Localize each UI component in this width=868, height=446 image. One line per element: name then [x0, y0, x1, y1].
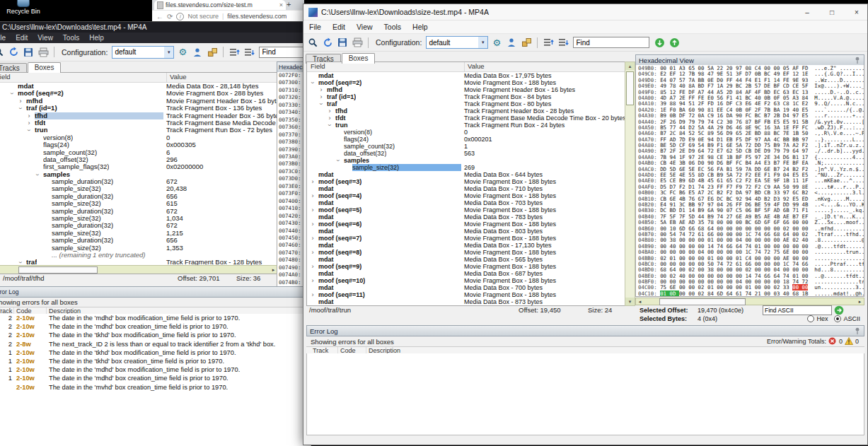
- tree-row[interactable]: mdatMedia Data Box - 803 bytes: [307, 228, 625, 235]
- hex-find-input[interactable]: [763, 305, 832, 315]
- pin-icon[interactable]: [854, 327, 861, 334]
- print-icon[interactable]: [37, 46, 50, 59]
- scroll-thumb[interactable]: [659, 298, 746, 305]
- recycle-bin-shortcut[interactable]: Recycle Bin: [6, 0, 41, 15]
- scroll-right-icon[interactable]: ▸: [856, 299, 864, 305]
- tab-close-icon[interactable]: ×: [279, 1, 283, 8]
- tree-row[interactable]: ›moof (seq#=11)Movie Fragment Box - 188 …: [307, 291, 625, 298]
- scroll-up-icon[interactable]: ▴: [625, 62, 635, 70]
- tree-row[interactable]: mdatMedia Data Box - 700 bytes: [307, 284, 625, 291]
- error-row[interactable]: 12-10wThe date in the 'tkhd' box modific…: [0, 348, 311, 357]
- chevron-expanded-icon[interactable]: ›: [25, 128, 33, 134]
- error-row[interactable]: 22-8wThe next_track_ID 2 is less than or…: [0, 340, 311, 348]
- browser-tab[interactable]: files.stevendesu.com/size-test.m ×: [154, 0, 286, 10]
- tree-row[interactable]: sample_size(32)1,353: [0, 245, 277, 252]
- tree-row[interactable]: ›traf (id=1)Track Fragment Box - 136 byt…: [0, 105, 277, 112]
- tree-row[interactable]: sample_count(32)6: [0, 149, 277, 156]
- tree-row[interactable]: data_offset(32)563: [307, 150, 625, 157]
- menu-file[interactable]: File: [0, 34, 11, 42]
- configuration-select[interactable]: default▾: [426, 36, 488, 49]
- chevron-collapsed-icon[interactable]: ›: [310, 291, 316, 298]
- refresh-icon[interactable]: [7, 46, 20, 59]
- tree-row[interactable]: ›trunTrack Fragment Run Box - 24 bytes: [307, 122, 625, 129]
- chevron-collapsed-icon[interactable]: ›: [310, 249, 316, 256]
- hex-line[interactable]: 04C10: 01 0D 00 00 02 84 6D 64 61 74 21 …: [638, 291, 864, 297]
- tree-row[interactable]: sample_size(32)269: [307, 164, 625, 171]
- hex-horizontal-scrollbar[interactable]: ◂ ▸: [635, 298, 864, 305]
- chevron-collapsed-icon[interactable]: ›: [318, 86, 324, 93]
- find-prev-button[interactable]: [668, 36, 681, 49]
- menu-view[interactable]: View: [351, 23, 378, 31]
- tree-row[interactable]: ›trafTrack Fragment Box - 80 bytes: [307, 100, 625, 107]
- chevron-collapsed-icon[interactable]: ›: [310, 221, 316, 228]
- chevron-collapsed-icon[interactable]: ›: [310, 263, 316, 270]
- boxes-icon[interactable]: [520, 36, 533, 49]
- error-row[interactable]: 22-10wThe date in the 'mdhd' box creatio…: [0, 322, 311, 331]
- radio-hex[interactable]: [807, 315, 814, 322]
- find-next-button[interactable]: [653, 36, 666, 49]
- gear-icon[interactable]: ⚙: [490, 36, 503, 49]
- chevron-expanded-icon[interactable]: ›: [335, 158, 342, 163]
- menu-tools[interactable]: Tools: [378, 23, 407, 31]
- tree-row[interactable]: ›moof (seq#=5)Movie Fragment Box - 188 b…: [307, 206, 625, 213]
- tree-row[interactable]: sample_count(32)1: [307, 143, 625, 150]
- tab-boxes[interactable]: Boxes: [342, 53, 376, 64]
- tree-row[interactable]: ›samples: [307, 157, 625, 164]
- tree-row[interactable]: data_offset(32)296: [0, 156, 277, 163]
- tree-row[interactable]: mdatMedia Data Box - 565 bytes: [307, 256, 625, 263]
- tree-row[interactable]: ›moof (seq#=7)Movie Fragment Box - 188 b…: [307, 235, 625, 242]
- maximize-button[interactable]: □: [821, 5, 843, 20]
- chevron-collapsed-icon[interactable]: ›: [318, 93, 324, 100]
- tree-row[interactable]: version(8)0: [0, 134, 277, 141]
- menu-edit[interactable]: Edit: [11, 34, 33, 42]
- collapse-all-icon[interactable]: [542, 36, 555, 49]
- chevron-collapsed-icon[interactable]: ›: [310, 235, 316, 242]
- address-url[interactable]: files.stevendesu.com: [227, 13, 287, 20]
- back-icon[interactable]: ←: [156, 13, 163, 20]
- scroll-thumb[interactable]: [626, 71, 634, 105]
- scroll-down-icon[interactable]: ▾: [625, 298, 635, 305]
- close-button[interactable]: ×: [846, 5, 867, 20]
- boxes-icon[interactable]: [206, 46, 219, 59]
- user-icon[interactable]: [191, 46, 204, 59]
- tree-row[interactable]: ›trunTrack Fragment Run Box - 72 bytes: [0, 127, 277, 134]
- new-tab-button[interactable]: +: [287, 0, 291, 8]
- radio-ascii[interactable]: [834, 315, 841, 322]
- expand-all-icon[interactable]: [243, 46, 255, 59]
- tree-row[interactable]: ›moof (seq#=9)Movie Fragment Box - 188 b…: [307, 263, 625, 270]
- collapse-all-icon[interactable]: [228, 46, 241, 59]
- tree-row[interactable]: sample_duration(32)656: [0, 237, 277, 244]
- tree-row[interactable]: sample_size(32)20,438: [0, 185, 277, 192]
- search-icon[interactable]: [0, 46, 5, 59]
- chevron-collapsed-icon[interactable]: ›: [327, 115, 332, 122]
- chevron-expanded-icon[interactable]: ›: [17, 105, 24, 111]
- error-row[interactable]: 2-10wThe date in the 'mvhd' box creation…: [0, 383, 311, 392]
- tree-row[interactable]: sample_duration(32)656: [0, 193, 277, 200]
- chevron-expanded-icon[interactable]: ›: [318, 101, 325, 107]
- chevron-collapsed-icon[interactable]: ›: [26, 119, 32, 127]
- tree-row[interactable]: mdatMedia Data Box - 873 bytes: [307, 298, 625, 305]
- tree-row[interactable]: ›moof (seq#=10)Movie Fragment Box - 188 …: [307, 277, 625, 284]
- search-icon[interactable]: [306, 36, 319, 49]
- minimize-button[interactable]: –: [797, 5, 818, 20]
- tree-row[interactable]: ›traf (id=1)Track Fragment Box - 84 byte…: [307, 93, 625, 100]
- configuration-select[interactable]: default▾: [112, 46, 174, 59]
- expand-all-icon[interactable]: [557, 36, 569, 49]
- chevron-collapsed-icon[interactable]: ›: [310, 277, 316, 284]
- error-row[interactable]: 22-10wThe date in the 'mdhd' box modific…: [0, 314, 311, 322]
- tree-row[interactable]: sample_size(32)1,034: [0, 215, 277, 222]
- tree-row[interactable]: ›moof (seq#=3)Movie Fragment Box - 188 b…: [307, 178, 625, 185]
- menu-tools[interactable]: Tools: [58, 34, 84, 42]
- tree-row[interactable]: sample_size(32)615: [0, 200, 277, 207]
- menu-help[interactable]: Help: [84, 34, 109, 42]
- tree-row[interactable]: mdatMedia Data Box - 17,975 bytes: [307, 72, 625, 79]
- tree-row[interactable]: ›moof (seq#=6)Movie Fragment Box - 188 b…: [307, 221, 625, 228]
- title-bar[interactable]: C:\Users\llnw-lex\Downloads\size-test.mp…: [303, 4, 867, 20]
- chevron-collapsed-icon[interactable]: ›: [310, 206, 316, 213]
- info-icon[interactable]: i: [176, 13, 184, 20]
- print-icon[interactable]: [351, 36, 364, 49]
- chevron-collapsed-icon[interactable]: ›: [310, 178, 316, 185]
- scroll-left-icon[interactable]: ◂: [636, 299, 644, 305]
- tree-horizontal-scrollbar[interactable]: ◂ ▸: [0, 265, 277, 274]
- tree-row[interactable]: flags(24)0x000201: [307, 136, 625, 143]
